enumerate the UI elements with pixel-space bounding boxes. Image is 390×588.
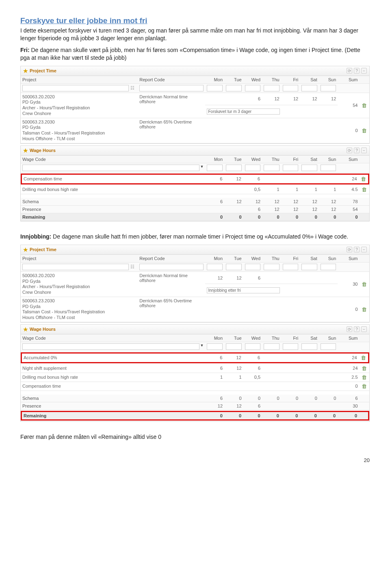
day-input[interactable] (283, 85, 299, 91)
collapse-icon[interactable]: − (361, 148, 367, 153)
day-input[interactable] (301, 85, 317, 91)
collapse-icon[interactable]: − (361, 68, 367, 74)
cell (299, 353, 318, 362)
day-input[interactable] (283, 165, 299, 171)
cell (281, 353, 299, 362)
help-icon[interactable]: ? (354, 326, 360, 332)
reportcode-input[interactable] (139, 85, 204, 91)
cell: 6 (205, 364, 224, 373)
col-tue: Tue (224, 255, 243, 263)
cell (243, 118, 262, 143)
refresh-icon[interactable]: ⟳ (347, 148, 352, 153)
star-icon: ★ (23, 326, 28, 332)
note-input[interactable] (207, 287, 280, 293)
trash-icon[interactable]: 🗑 (361, 176, 366, 182)
cell (224, 93, 243, 105)
cell: 0 (262, 395, 281, 402)
col-sat: Sat (300, 334, 319, 342)
collapse-icon[interactable]: − (361, 326, 367, 332)
wagecode-input[interactable] (22, 165, 199, 171)
trash-icon[interactable]: 🗑 (362, 102, 367, 108)
col-wed: Wed (243, 255, 262, 263)
day-input[interactable] (264, 264, 280, 270)
project-input[interactable] (22, 85, 129, 91)
cell: 0 (300, 213, 319, 221)
day-input[interactable] (207, 343, 223, 350)
trash-icon[interactable]: 🗑 (362, 187, 367, 193)
refresh-icon[interactable]: ⟳ (347, 326, 352, 332)
project-time-table-1: Project Report Code Mon Tue Wed Thu Fri … (21, 76, 369, 143)
day-input[interactable] (321, 165, 336, 171)
col-wagecode: Wage Code (21, 334, 205, 342)
project-input[interactable] (22, 264, 129, 270)
trash-icon[interactable]: 🗑 (362, 306, 367, 312)
help-icon[interactable]: ? (354, 247, 360, 252)
tree-picker-icon[interactable]: ☷ (129, 264, 136, 270)
dropdown-icon[interactable]: ▼ (199, 165, 204, 171)
cell (262, 382, 281, 391)
intro-paragraph-1: I dette eksempelet forskyver vi turen me… (20, 27, 370, 42)
row-label: Schema (21, 198, 205, 206)
day-input[interactable] (226, 264, 242, 270)
day-input[interactable] (301, 264, 317, 270)
day-input[interactable] (264, 165, 280, 171)
refresh-icon[interactable]: ⟳ (347, 68, 352, 74)
sum-cell: 0 (337, 412, 359, 420)
cell: 0 (319, 395, 338, 402)
day-input[interactable] (226, 343, 242, 350)
day-input[interactable] (226, 85, 242, 91)
day-input[interactable] (245, 165, 261, 171)
col-fri: Fri (281, 156, 300, 163)
cell: 0 (300, 395, 319, 402)
row-label: Schema (21, 395, 205, 402)
trash-icon[interactable]: 🗑 (362, 281, 367, 287)
day-input[interactable] (301, 343, 317, 350)
row-label: Presence (21, 206, 205, 213)
reportcode-input[interactable] (139, 264, 204, 270)
report-cell: Derrickman 65% Overtime offshore (138, 297, 205, 322)
note-input[interactable] (207, 108, 280, 115)
refresh-icon[interactable]: ⟳ (347, 247, 352, 252)
cell (281, 118, 300, 143)
col-fri: Fri (281, 334, 300, 342)
day-input[interactable] (321, 85, 336, 91)
trash-icon[interactable]: 🗑 (362, 365, 367, 371)
day-input[interactable] (207, 85, 223, 91)
cell: 0,5 (243, 185, 262, 194)
day-input[interactable] (283, 264, 299, 270)
day-input[interactable] (245, 264, 261, 270)
day-input[interactable] (264, 343, 280, 350)
cell: 12 (319, 93, 338, 105)
cell (281, 174, 299, 184)
col-sun: Sun (319, 156, 338, 163)
day-input[interactable] (226, 165, 242, 171)
dropdown-icon[interactable]: ▼ (199, 343, 204, 350)
panel-title: Project Time (30, 68, 56, 73)
wagecode-input[interactable] (22, 343, 199, 350)
closing-paragraph: Fører man på denne måten vil «Remaining»… (20, 433, 370, 441)
day-input[interactable] (207, 165, 223, 171)
collapse-icon[interactable]: − (361, 247, 367, 252)
trash-icon[interactable]: 🗑 (362, 374, 367, 380)
day-input[interactable] (301, 165, 317, 171)
trash-icon[interactable]: 🗑 (362, 383, 367, 389)
trash-icon[interactable]: 🗑 (362, 128, 367, 134)
cell: 12 (262, 198, 281, 206)
day-input[interactable] (245, 85, 261, 91)
cell (281, 271, 300, 284)
day-input[interactable] (207, 264, 223, 270)
day-input[interactable] (245, 343, 261, 350)
day-input[interactable] (283, 343, 299, 350)
help-icon[interactable]: ? (354, 148, 360, 153)
col-thu: Thu (262, 76, 281, 84)
day-input[interactable] (321, 343, 336, 350)
sum-cell: 24 (338, 364, 359, 373)
cell: 12 (281, 93, 300, 105)
cell: 0 (224, 213, 243, 221)
tree-picker-icon[interactable]: ☷ (129, 85, 136, 91)
trash-icon[interactable]: 🗑 (361, 355, 366, 361)
day-input[interactable] (321, 264, 336, 270)
help-icon[interactable]: ? (354, 68, 360, 74)
day-input[interactable] (264, 85, 280, 91)
cell (319, 118, 338, 143)
